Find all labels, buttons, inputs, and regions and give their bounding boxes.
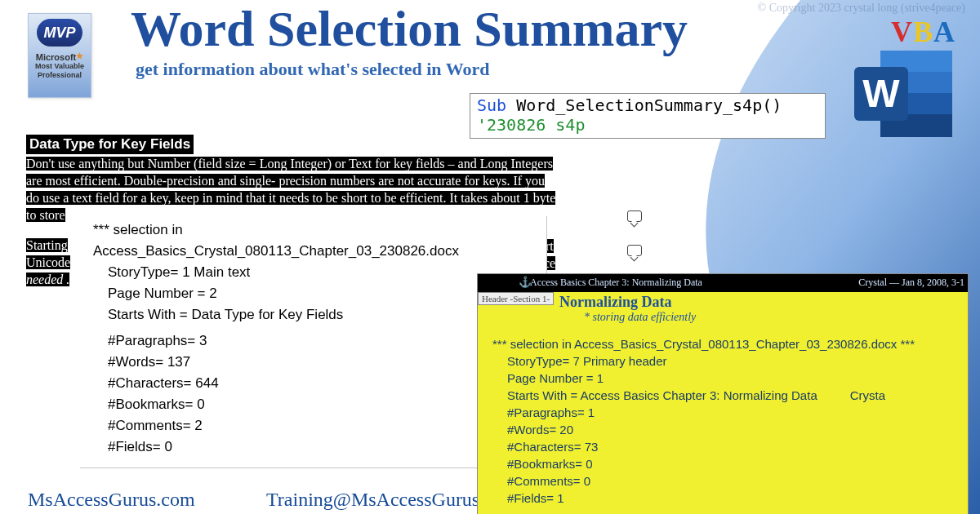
msg1-bookmarks: #Bookmarks= 0 — [93, 394, 533, 415]
code-keyword: Sub — [477, 95, 506, 115]
msg1-title: *** selection in Access_Basics_Crystal_0… — [93, 219, 533, 262]
msg2-bookmarks: #Bookmarks= 0 — [492, 455, 953, 472]
footer-website[interactable]: MsAccessGurus.com — [28, 489, 195, 511]
msg2-paragraphs: #Paragraphs= 1 — [492, 404, 953, 421]
header-doc-title: Access Basics Chapter 3: Normalizing Dat… — [530, 277, 702, 289]
mvp-badge: MVP Microsoft★ Most Valuable Professiona… — [28, 13, 91, 98]
comment-indicator-icon[interactable] — [627, 245, 642, 256]
header-subheading: * storing data efficiently — [478, 311, 968, 329]
doc-selection-body: Don't use anything but Number (field siz… — [26, 155, 573, 224]
msg2-fields: #Fields= 1 — [492, 490, 953, 507]
comment-indicator-icon[interactable] — [627, 210, 642, 222]
msg2-words: #Words= 20 — [492, 421, 953, 438]
doc-heading: Data Type for Key Fields — [26, 135, 194, 154]
header-selection-panel: ⚓ Access Basics Chapter 3: Normalizing D… — [477, 273, 969, 514]
msg1-chars: #Characters= 644 — [93, 373, 533, 394]
mvp-bubble-text: MVP — [37, 19, 82, 47]
page-title: Word Selection Summary — [131, 0, 688, 58]
header-titlebar: ⚓ Access Basics Chapter 3: Normalizing D… — [478, 274, 968, 292]
msg1-storytype: StoryType= 1 Main text — [93, 262, 533, 283]
selection-summary-header: *** selection in Access_Basics_Crystal_0… — [478, 329, 968, 514]
vba-a: A — [933, 16, 956, 48]
word-app-icon: W — [854, 51, 952, 137]
vba-b: B — [913, 16, 933, 48]
msg2-startswith: Starts With = Access Basics Chapter 3: N… — [492, 387, 953, 404]
word-icon-letter: W — [854, 67, 908, 121]
page-subtitle: get information about what's selected in… — [136, 59, 489, 80]
code-comment: '230826 s4p — [477, 115, 818, 135]
msg1-comments: #Comments= 2 — [93, 415, 533, 436]
msg1-page: Page Number = 2 — [93, 283, 533, 304]
msg2-storytype: StoryType= 7 Primary header — [492, 352, 953, 370]
code-snippet: Sub Word_SelectionSummary_s4p() '230826 … — [470, 93, 826, 139]
mvp-line1: Most Valuable — [35, 62, 84, 71]
msg1-startswith: Starts With = Data Type for Key Fields — [93, 304, 533, 326]
msg1-words: #Words= 137 — [93, 352, 533, 373]
code-procname: Word_SelectionSummary_s4p() — [506, 95, 782, 115]
header-doc-info: Crystal –– Jan 8, 2008, 3-1 — [858, 277, 964, 289]
msg2-page: Page Number = 1 — [492, 370, 953, 387]
vba-label: VBA — [891, 15, 956, 49]
msg1-paragraphs: #Paragraphs= 3 — [93, 330, 533, 352]
mvp-microsoft: Microsoft★ — [36, 51, 84, 62]
vba-v: V — [891, 16, 913, 48]
msg2-chars: #Characters= 73 — [492, 438, 953, 455]
msg1-fields: #Fields= 0 — [93, 436, 533, 458]
header-section-tab: Header -Section 1- — [478, 292, 554, 305]
msg2-comments: #Comments= 0 — [492, 472, 953, 490]
msg2-title: *** selection in Access_Basics_Crystal_0… — [492, 335, 953, 352]
doc-selection-body2: Starting Unicode needed . — [26, 237, 70, 288]
mvp-line2: Professional — [38, 71, 82, 80]
copyright-text: © Copyright 2023 crystal long (strive4pe… — [758, 2, 965, 15]
